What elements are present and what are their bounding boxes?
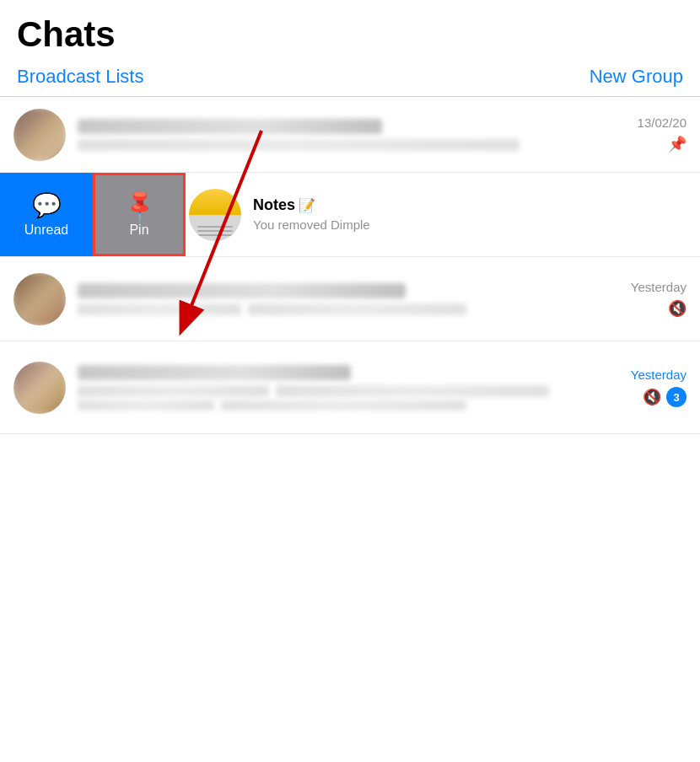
unread-action-button[interactable]: 💬 Unread (0, 173, 93, 256)
chat-date-3: Yesterday (631, 280, 687, 294)
chat-meta-4: Yesterday 🔇 3 (631, 368, 687, 407)
chat-info-4 (78, 365, 624, 411)
header: Chats Broadcast Lists New Group (0, 0, 700, 96)
chat-row-notes[interactable]: 💬 Unread 📌 Pin Notes 📝 (0, 173, 700, 257)
avatar-4 (13, 362, 66, 414)
chat-date-1: 13/02/20 (638, 115, 687, 130)
mute-icon-4: 🔇 (643, 388, 661, 406)
pin-icon-1: 📌 (668, 135, 687, 153)
chat-meta-3: Yesterday 🔇 (631, 280, 687, 318)
notes-info: Notes 📝 You removed Dimple (253, 196, 687, 233)
notes-avatar (189, 189, 241, 241)
chat-row-4[interactable]: Yesterday 🔇 3 (0, 341, 700, 434)
mute-icon-3: 🔇 (668, 299, 687, 318)
unread-chat-icon: 💬 (32, 191, 62, 219)
new-group-link[interactable]: New Group (590, 66, 683, 88)
notes-emoji: 📝 (299, 197, 315, 213)
notes-message: You removed Dimple (253, 217, 370, 232)
page-title: Chats (17, 15, 683, 54)
chat-info-3 (78, 283, 624, 315)
unread-label: Unread (24, 223, 68, 238)
pin-action-icon: 📌 (119, 185, 159, 226)
avatar-1 (13, 109, 66, 161)
swipe-actions: 💬 Unread 📌 Pin (0, 173, 186, 256)
chat-info-1 (78, 119, 631, 151)
broadcast-lists-link[interactable]: Broadcast Lists (17, 66, 143, 88)
notes-name: Notes (253, 196, 295, 214)
header-actions: Broadcast Lists New Group (17, 54, 683, 96)
chat-row-3[interactable]: Yesterday 🔇 (0, 257, 700, 341)
pin-action-button[interactable]: 📌 Pin (93, 173, 186, 256)
chat-meta-1: 13/02/20 📌 (638, 115, 687, 153)
chat-date-4: Yesterday (631, 368, 687, 382)
avatar-3 (13, 273, 66, 325)
unread-badge-4: 3 (666, 387, 687, 407)
chat-row-1[interactable]: 13/02/20 📌 (0, 97, 700, 173)
